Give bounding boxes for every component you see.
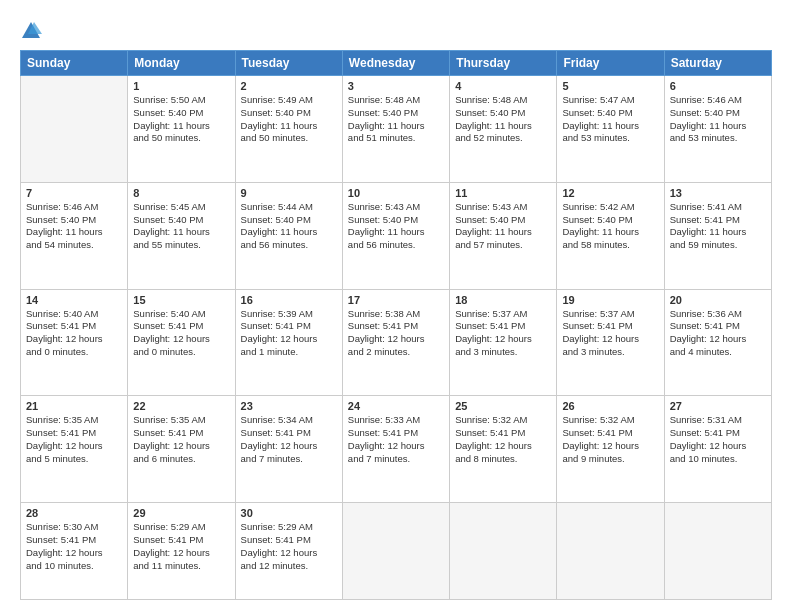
day-number: 3 xyxy=(348,80,444,92)
calendar-week-row-2: 7Sunrise: 5:46 AM Sunset: 5:40 PM Daylig… xyxy=(21,182,772,289)
day-info: Sunrise: 5:48 AM Sunset: 5:40 PM Dayligh… xyxy=(455,94,551,145)
calendar-cell: 16Sunrise: 5:39 AM Sunset: 5:41 PM Dayli… xyxy=(235,289,342,396)
day-info: Sunrise: 5:29 AM Sunset: 5:41 PM Dayligh… xyxy=(241,521,337,572)
calendar-cell: 9Sunrise: 5:44 AM Sunset: 5:40 PM Daylig… xyxy=(235,182,342,289)
calendar-week-row-3: 14Sunrise: 5:40 AM Sunset: 5:41 PM Dayli… xyxy=(21,289,772,396)
day-info: Sunrise: 5:47 AM Sunset: 5:40 PM Dayligh… xyxy=(562,94,658,145)
calendar-cell: 23Sunrise: 5:34 AM Sunset: 5:41 PM Dayli… xyxy=(235,396,342,503)
calendar-cell: 5Sunrise: 5:47 AM Sunset: 5:40 PM Daylig… xyxy=(557,76,664,183)
day-info: Sunrise: 5:43 AM Sunset: 5:40 PM Dayligh… xyxy=(455,201,551,252)
calendar-cell: 3Sunrise: 5:48 AM Sunset: 5:40 PM Daylig… xyxy=(342,76,449,183)
day-number: 28 xyxy=(26,507,122,519)
calendar-cell: 6Sunrise: 5:46 AM Sunset: 5:40 PM Daylig… xyxy=(664,76,771,183)
day-info: Sunrise: 5:38 AM Sunset: 5:41 PM Dayligh… xyxy=(348,308,444,359)
day-number: 1 xyxy=(133,80,229,92)
day-number: 25 xyxy=(455,400,551,412)
weekday-header-monday: Monday xyxy=(128,51,235,76)
day-number: 30 xyxy=(241,507,337,519)
day-info: Sunrise: 5:30 AM Sunset: 5:41 PM Dayligh… xyxy=(26,521,122,572)
day-number: 20 xyxy=(670,294,766,306)
calendar-cell xyxy=(664,503,771,600)
day-info: Sunrise: 5:43 AM Sunset: 5:40 PM Dayligh… xyxy=(348,201,444,252)
day-number: 23 xyxy=(241,400,337,412)
calendar-cell xyxy=(21,76,128,183)
day-info: Sunrise: 5:32 AM Sunset: 5:41 PM Dayligh… xyxy=(562,414,658,465)
day-info: Sunrise: 5:48 AM Sunset: 5:40 PM Dayligh… xyxy=(348,94,444,145)
day-info: Sunrise: 5:33 AM Sunset: 5:41 PM Dayligh… xyxy=(348,414,444,465)
day-number: 11 xyxy=(455,187,551,199)
day-info: Sunrise: 5:50 AM Sunset: 5:40 PM Dayligh… xyxy=(133,94,229,145)
day-number: 14 xyxy=(26,294,122,306)
calendar-cell: 11Sunrise: 5:43 AM Sunset: 5:40 PM Dayli… xyxy=(450,182,557,289)
day-info: Sunrise: 5:46 AM Sunset: 5:40 PM Dayligh… xyxy=(670,94,766,145)
day-number: 2 xyxy=(241,80,337,92)
day-number: 27 xyxy=(670,400,766,412)
calendar-cell: 21Sunrise: 5:35 AM Sunset: 5:41 PM Dayli… xyxy=(21,396,128,503)
day-info: Sunrise: 5:40 AM Sunset: 5:41 PM Dayligh… xyxy=(26,308,122,359)
calendar-cell: 24Sunrise: 5:33 AM Sunset: 5:41 PM Dayli… xyxy=(342,396,449,503)
logo-icon xyxy=(20,20,42,42)
calendar-cell xyxy=(342,503,449,600)
calendar-cell: 20Sunrise: 5:36 AM Sunset: 5:41 PM Dayli… xyxy=(664,289,771,396)
day-number: 6 xyxy=(670,80,766,92)
day-info: Sunrise: 5:29 AM Sunset: 5:41 PM Dayligh… xyxy=(133,521,229,572)
day-number: 9 xyxy=(241,187,337,199)
calendar-cell xyxy=(450,503,557,600)
weekday-header-saturday: Saturday xyxy=(664,51,771,76)
day-info: Sunrise: 5:45 AM Sunset: 5:40 PM Dayligh… xyxy=(133,201,229,252)
calendar-cell: 30Sunrise: 5:29 AM Sunset: 5:41 PM Dayli… xyxy=(235,503,342,600)
calendar-cell: 28Sunrise: 5:30 AM Sunset: 5:41 PM Dayli… xyxy=(21,503,128,600)
day-number: 22 xyxy=(133,400,229,412)
weekday-header-wednesday: Wednesday xyxy=(342,51,449,76)
day-info: Sunrise: 5:46 AM Sunset: 5:40 PM Dayligh… xyxy=(26,201,122,252)
day-number: 18 xyxy=(455,294,551,306)
calendar-cell: 25Sunrise: 5:32 AM Sunset: 5:41 PM Dayli… xyxy=(450,396,557,503)
calendar-cell: 26Sunrise: 5:32 AM Sunset: 5:41 PM Dayli… xyxy=(557,396,664,503)
calendar-cell: 8Sunrise: 5:45 AM Sunset: 5:40 PM Daylig… xyxy=(128,182,235,289)
calendar-cell: 14Sunrise: 5:40 AM Sunset: 5:41 PM Dayli… xyxy=(21,289,128,396)
day-info: Sunrise: 5:36 AM Sunset: 5:41 PM Dayligh… xyxy=(670,308,766,359)
day-number: 29 xyxy=(133,507,229,519)
day-number: 7 xyxy=(26,187,122,199)
calendar-week-row-4: 21Sunrise: 5:35 AM Sunset: 5:41 PM Dayli… xyxy=(21,396,772,503)
day-info: Sunrise: 5:31 AM Sunset: 5:41 PM Dayligh… xyxy=(670,414,766,465)
header xyxy=(20,18,772,42)
calendar-cell: 18Sunrise: 5:37 AM Sunset: 5:41 PM Dayli… xyxy=(450,289,557,396)
calendar-cell: 12Sunrise: 5:42 AM Sunset: 5:40 PM Dayli… xyxy=(557,182,664,289)
calendar-cell: 4Sunrise: 5:48 AM Sunset: 5:40 PM Daylig… xyxy=(450,76,557,183)
day-info: Sunrise: 5:37 AM Sunset: 5:41 PM Dayligh… xyxy=(562,308,658,359)
day-info: Sunrise: 5:41 AM Sunset: 5:41 PM Dayligh… xyxy=(670,201,766,252)
day-number: 26 xyxy=(562,400,658,412)
day-info: Sunrise: 5:40 AM Sunset: 5:41 PM Dayligh… xyxy=(133,308,229,359)
weekday-header-thursday: Thursday xyxy=(450,51,557,76)
day-number: 16 xyxy=(241,294,337,306)
day-number: 24 xyxy=(348,400,444,412)
day-number: 5 xyxy=(562,80,658,92)
logo xyxy=(20,18,46,42)
day-number: 4 xyxy=(455,80,551,92)
day-number: 8 xyxy=(133,187,229,199)
weekday-header-row: SundayMondayTuesdayWednesdayThursdayFrid… xyxy=(21,51,772,76)
day-info: Sunrise: 5:35 AM Sunset: 5:41 PM Dayligh… xyxy=(133,414,229,465)
day-info: Sunrise: 5:34 AM Sunset: 5:41 PM Dayligh… xyxy=(241,414,337,465)
calendar-table: SundayMondayTuesdayWednesdayThursdayFrid… xyxy=(20,50,772,600)
calendar-cell: 7Sunrise: 5:46 AM Sunset: 5:40 PM Daylig… xyxy=(21,182,128,289)
weekday-header-sunday: Sunday xyxy=(21,51,128,76)
calendar-cell: 15Sunrise: 5:40 AM Sunset: 5:41 PM Dayli… xyxy=(128,289,235,396)
day-number: 13 xyxy=(670,187,766,199)
calendar-cell: 19Sunrise: 5:37 AM Sunset: 5:41 PM Dayli… xyxy=(557,289,664,396)
day-number: 19 xyxy=(562,294,658,306)
weekday-header-friday: Friday xyxy=(557,51,664,76)
day-info: Sunrise: 5:35 AM Sunset: 5:41 PM Dayligh… xyxy=(26,414,122,465)
day-info: Sunrise: 5:39 AM Sunset: 5:41 PM Dayligh… xyxy=(241,308,337,359)
day-number: 15 xyxy=(133,294,229,306)
day-info: Sunrise: 5:49 AM Sunset: 5:40 PM Dayligh… xyxy=(241,94,337,145)
day-info: Sunrise: 5:44 AM Sunset: 5:40 PM Dayligh… xyxy=(241,201,337,252)
day-info: Sunrise: 5:37 AM Sunset: 5:41 PM Dayligh… xyxy=(455,308,551,359)
calendar-week-row-5: 28Sunrise: 5:30 AM Sunset: 5:41 PM Dayli… xyxy=(21,503,772,600)
weekday-header-tuesday: Tuesday xyxy=(235,51,342,76)
calendar-cell: 17Sunrise: 5:38 AM Sunset: 5:41 PM Dayli… xyxy=(342,289,449,396)
day-info: Sunrise: 5:32 AM Sunset: 5:41 PM Dayligh… xyxy=(455,414,551,465)
calendar-cell: 22Sunrise: 5:35 AM Sunset: 5:41 PM Dayli… xyxy=(128,396,235,503)
day-number: 10 xyxy=(348,187,444,199)
